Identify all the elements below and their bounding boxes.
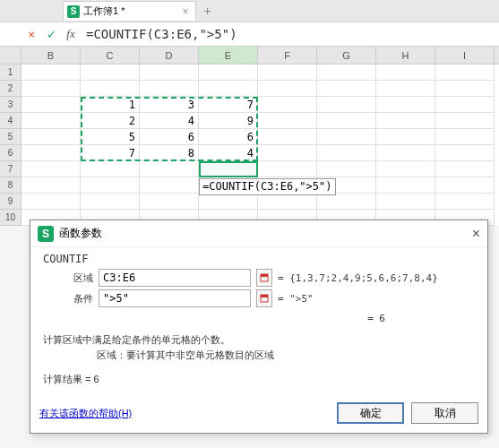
help-link[interactable]: 有关该函数的帮助(H) — [39, 407, 132, 420]
spreadsheet-grid[interactable]: 1 2 3137 4249 5566 6784 7 8 9 10 =COUNTI… — [0, 65, 499, 226]
ok-button[interactable]: 确定 — [337, 402, 404, 424]
dialog-titlebar[interactable]: S 函数参数 × — [30, 220, 487, 247]
row-header[interactable]: 10 — [0, 210, 22, 226]
row-header[interactable]: 3 — [0, 97, 22, 113]
svg-rect-3 — [261, 295, 268, 297]
cell[interactable]: 5 — [81, 129, 140, 145]
cell[interactable]: 7 — [199, 97, 258, 113]
function-result-preview: = 6 — [43, 313, 475, 324]
column-header[interactable]: E — [199, 47, 258, 64]
add-tab-button[interactable]: + — [203, 4, 211, 18]
row-header[interactable]: 1 — [0, 65, 22, 81]
argument-description: 区域：要计算其中非空单元格数目的区域 — [97, 349, 475, 362]
column-header[interactable]: D — [140, 47, 199, 64]
calculation-result: 计算结果 = 6 — [43, 373, 475, 386]
column-header[interactable]: I — [435, 47, 495, 64]
cell[interactable]: 4 — [199, 145, 258, 161]
dialog-title: 函数参数 — [59, 226, 102, 241]
row-header[interactable]: 8 — [0, 177, 22, 194]
tab-title: 工作簿1 * — [83, 4, 125, 18]
column-header[interactable]: F — [258, 47, 317, 64]
cell[interactable]: 1 — [81, 97, 140, 113]
cell[interactable]: 8 — [140, 145, 199, 161]
cell[interactable]: 9 — [199, 113, 258, 129]
spreadsheet-icon: S — [67, 5, 80, 18]
app-icon: S — [38, 226, 54, 242]
close-icon[interactable]: × — [472, 226, 480, 242]
arg-label: 条件 — [43, 292, 93, 306]
fx-button[interactable]: fx — [61, 27, 81, 41]
column-header[interactable]: H — [376, 47, 435, 64]
column-header[interactable]: B — [22, 47, 81, 64]
cell[interactable]: 3 — [140, 97, 199, 113]
select-all-corner[interactable] — [0, 47, 22, 64]
close-icon[interactable]: × — [182, 5, 188, 18]
cell[interactable]: 6 — [140, 129, 199, 145]
cell[interactable]: 2 — [81, 113, 140, 129]
row-header[interactable]: 6 — [0, 145, 22, 161]
cell[interactable]: 6 — [199, 129, 258, 145]
function-arguments-dialog: S 函数参数 × COUNTIF 区域 = {1,3,7;2,4,9;5,6,6… — [30, 220, 488, 434]
range-picker-button[interactable] — [256, 269, 272, 287]
tab-bar: S 工作簿1 * × + — [0, 0, 499, 22]
cancel-formula-button[interactable]: × — [22, 28, 41, 41]
function-name: COUNTIF — [43, 253, 475, 265]
arg-label: 区域 — [43, 271, 93, 285]
cancel-button[interactable]: 取消 — [411, 402, 478, 424]
range-picker-button[interactable] — [256, 289, 272, 307]
column-header[interactable]: G — [317, 47, 376, 64]
arg-evaluation: = ">5" — [278, 293, 314, 305]
confirm-formula-button[interactable]: ✓ — [41, 28, 61, 41]
cell[interactable]: 4 — [140, 113, 199, 129]
criteria-input[interactable] — [99, 289, 251, 307]
function-description: 计算区域中满足给定条件的单元格的个数。 — [43, 333, 475, 347]
svg-rect-1 — [261, 274, 268, 277]
range-picker-icon — [260, 294, 269, 303]
column-headers: B C D E F G H I — [0, 47, 499, 65]
cell[interactable]: 7 — [81, 145, 140, 161]
row-header[interactable]: 7 — [0, 161, 22, 177]
row-header[interactable]: 2 — [0, 81, 22, 97]
range-picker-icon — [260, 273, 269, 282]
row-header[interactable]: 5 — [0, 129, 22, 145]
formula-bar: × ✓ fx =COUNTIF(C3:E6,">5") — [0, 22, 499, 47]
range-input[interactable] — [99, 269, 251, 287]
arg-evaluation: = {1,3,7;2,4,9;5,6,6;7,8,4} — [278, 272, 438, 284]
row-header[interactable]: 9 — [0, 194, 22, 210]
column-header[interactable]: C — [81, 47, 140, 64]
workbook-tab[interactable]: S 工作簿1 * × — [63, 1, 196, 21]
formula-overlay: =COUNTIF(C3:E6,">5") — [199, 178, 336, 195]
row-header[interactable]: 4 — [0, 113, 22, 129]
formula-input[interactable]: =COUNTIF(C3:E6,">5") — [81, 27, 499, 41]
